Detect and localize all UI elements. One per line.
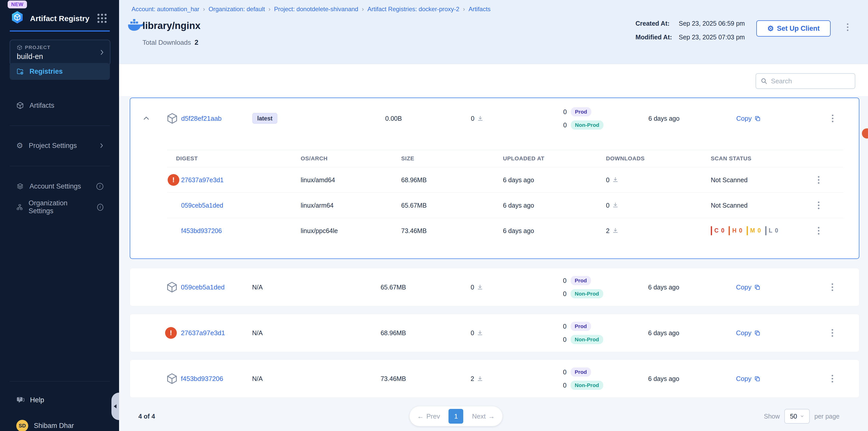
column-size: SIZE xyxy=(401,155,414,162)
total-downloads: Total Downloads2 xyxy=(143,39,198,46)
row-menu-button[interactable] xyxy=(816,225,821,236)
version-link[interactable]: f453bd937206 xyxy=(181,375,223,383)
size-value: 68.96MB xyxy=(368,329,419,337)
search-box xyxy=(755,73,855,89)
sidebar-item-project-settings[interactable]: ⚙ Project Settings xyxy=(10,137,110,154)
uploaded-at-value: 6 days ago xyxy=(503,176,534,184)
breadcrumb-project[interactable]: Project: donotdelete-shivanand xyxy=(274,6,358,13)
copy-button[interactable]: Copy xyxy=(736,284,761,291)
pagination: ←Prev 1 Next→ xyxy=(410,406,502,426)
row-menu-button[interactable] xyxy=(830,328,835,338)
account-settings-layers-icon xyxy=(16,183,24,190)
copy-icon xyxy=(754,115,761,122)
digest-link[interactable]: f453bd937206 xyxy=(181,227,222,234)
copy-button[interactable]: Copy xyxy=(736,114,761,123)
row-menu-button[interactable] xyxy=(830,113,835,124)
main-panel: Account: automation_har› Organization: d… xyxy=(119,0,868,431)
scan-status-counts[interactable]: C0 H0 M0 L0 xyxy=(711,226,778,235)
scan-status-value: Not Scanned xyxy=(711,176,748,184)
prod-badge: Prod xyxy=(570,367,591,376)
row-menu-button[interactable] xyxy=(816,174,821,185)
copy-button[interactable]: Copy xyxy=(736,329,761,337)
nonprod-badge: Non-Prod xyxy=(571,121,603,130)
scan-critical: C0 xyxy=(711,226,724,235)
downloads-cell: 0 xyxy=(606,201,619,209)
created-at-value: Sep 23, 2025 06:59 pm xyxy=(679,20,745,27)
copy-button[interactable]: Copy xyxy=(736,375,761,383)
downloads-cell: 2 xyxy=(457,375,497,383)
breadcrumb-organization[interactable]: Organization: default xyxy=(209,6,265,13)
sidebar-divider xyxy=(10,381,110,382)
breadcrumb-registry[interactable]: Artifact Registries: docker-proxy-2 xyxy=(367,6,459,13)
page-title: library/nginx xyxy=(143,20,200,31)
column-uploaded-at: UPLOADED AT xyxy=(503,155,545,162)
user-name: Shibam Dhar xyxy=(34,422,74,430)
digest-link[interactable]: 27637a97e3d1 xyxy=(181,176,224,184)
vulnerability-warning-icon: ! xyxy=(168,174,179,186)
scan-medium: M0 xyxy=(747,226,761,235)
next-page-button[interactable]: Next→ xyxy=(472,412,495,420)
digest-table: DIGEST OS/ARCH SIZE UPLOADED AT DOWNLOAD… xyxy=(167,150,843,243)
app-title: Artifact Registry xyxy=(30,14,89,23)
project-selector[interactable]: PROJECT build-en xyxy=(10,40,111,66)
digest-link[interactable]: 059ceb5a1ded xyxy=(181,201,223,209)
list-footer: 4 of 4 ←Prev 1 Next→ Show 50 per page xyxy=(130,405,859,428)
help-button[interactable]: ? Help xyxy=(10,392,110,408)
sidebar-item-registries[interactable]: Registries xyxy=(10,63,110,80)
breadcrumb: Account: automation_har› Organization: d… xyxy=(131,6,491,13)
prev-page-button[interactable]: ←Prev xyxy=(417,412,440,420)
row-menu-button[interactable] xyxy=(816,200,821,211)
setup-client-button[interactable]: ⚙ Set Up Client xyxy=(756,20,831,37)
sidebar-item-artifacts[interactable]: Artifacts xyxy=(10,97,110,114)
breadcrumb-artifacts[interactable]: Artifacts xyxy=(469,6,491,13)
downloads-cell: 0 xyxy=(457,329,497,337)
age-value: 6 days ago xyxy=(633,284,694,291)
version-link[interactable]: 059ceb5a1ded xyxy=(181,284,225,291)
search-input[interactable] xyxy=(771,77,850,85)
vulnerability-warning-icon: ! xyxy=(165,327,177,339)
sidebar-item-label: Registries xyxy=(30,68,63,75)
info-icon[interactable]: i xyxy=(97,204,103,211)
artifact-list: d5f28ef21aab latest 0.00B 0 0Prod 0Non-P… xyxy=(130,96,859,428)
downloads-cell: 0 xyxy=(606,176,619,184)
scan-low: L0 xyxy=(765,226,778,235)
user-menu[interactable]: SD Shibam Dhar xyxy=(16,420,74,431)
version-link[interactable]: d5f28ef21aab xyxy=(181,114,222,123)
page-1-button[interactable]: 1 xyxy=(448,409,463,424)
prod-badge: Prod xyxy=(570,322,591,331)
os-arch-value: linux/ppc64le xyxy=(301,227,338,234)
copy-icon xyxy=(754,330,761,336)
arrow-left-icon: ← xyxy=(417,412,424,420)
tag-value: N/A xyxy=(252,284,263,291)
chevron-right-icon xyxy=(100,143,103,148)
download-icon xyxy=(612,227,619,234)
sidebar-item-label: Project Settings xyxy=(29,142,77,150)
artifact-version-row: f453bd937206 N/A 73.46MB 2 0Prod 0Non-Pr… xyxy=(130,360,859,398)
page-size-select[interactable]: 50 xyxy=(784,409,810,424)
package-icon xyxy=(166,373,178,385)
prod-badge: Prod xyxy=(570,276,591,285)
column-downloads: DOWNLOADS xyxy=(606,155,645,162)
downloads-cell: 0 xyxy=(457,115,498,122)
downloads-cell: 2 xyxy=(606,227,619,234)
total-downloads-value: 2 xyxy=(195,39,198,46)
info-icon[interactable]: i xyxy=(96,183,103,190)
chevron-right-icon xyxy=(100,49,104,56)
sidebar-collapse-handle[interactable] xyxy=(112,393,119,420)
sidebar-item-organization-settings[interactable]: Organization Settings i xyxy=(10,199,110,216)
gear-icon: ⚙ xyxy=(16,142,23,150)
page-size-control: Show 50 per page xyxy=(764,409,839,424)
header-menu-button[interactable] xyxy=(845,22,850,33)
download-icon xyxy=(612,202,619,209)
artifact-version-row: d5f28ef21aab latest 0.00B 0 0Prod 0Non-P… xyxy=(130,98,859,139)
version-link[interactable]: 27637a97e3d1 xyxy=(181,329,225,337)
collapse-row-button[interactable] xyxy=(141,112,152,124)
download-icon xyxy=(477,284,483,291)
os-arch-value: linux/arm64 xyxy=(301,201,334,209)
row-menu-button[interactable] xyxy=(830,373,835,384)
app-switcher-icon[interactable] xyxy=(97,14,106,23)
row-menu-button[interactable] xyxy=(830,282,835,293)
sidebar-item-account-settings[interactable]: Account Settings i xyxy=(10,178,110,195)
breadcrumb-account[interactable]: Account: automation_har xyxy=(131,6,199,13)
expanded-artifact-card: d5f28ef21aab latest 0.00B 0 0Prod 0Non-P… xyxy=(130,98,859,259)
